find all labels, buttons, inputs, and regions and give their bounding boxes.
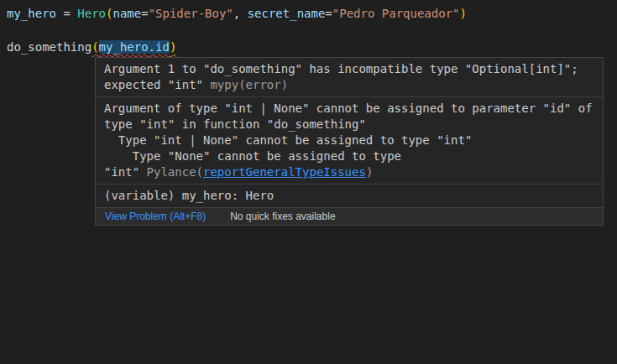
hover-line: "int" Pylance(reportGeneralTypeIssues) — [104, 164, 594, 180]
quick-fix-hint: No quick fixes available — [230, 211, 335, 222]
hover-section-mypy: Argument 1 to "do_something" has incompa… — [96, 58, 603, 96]
code-line: my_hero = Hero(name="Spider-Boy", secret… — [7, 5, 467, 22]
hover-section-symbol-info: (variable) my_hero: Hero — [96, 184, 603, 207]
code-area: my_hero = Hero(name="Spider-Boy", secret… — [7, 5, 467, 55]
code-token: "Pedro Parqueador" — [332, 7, 460, 20]
code-token: = — [141, 7, 148, 20]
hover-tooltip: Argument 1 to "do_something" has incompa… — [95, 57, 604, 226]
hover-line: type "int" in function "do_something" — [104, 117, 594, 133]
report-rule-link[interactable]: reportGeneralTypeIssues — [203, 165, 366, 179]
hover-line: Type "int | None" cannot be assigned to … — [104, 133, 594, 148]
hover-line: Argument of type "int | None" cannot be … — [104, 101, 594, 117]
code-token: my_hero — [7, 7, 56, 20]
view-problem-link[interactable]: View Problem (Alt+F8) — [105, 211, 206, 222]
hover-status-bar: View Problem (Alt+F8) No quick fixes ava… — [96, 207, 603, 225]
hover-text: Argument 1 to "do_something" has incompa… — [104, 62, 578, 75]
hover-sections: Argument 1 to "do_something" has incompa… — [96, 58, 603, 207]
code-token: Hero — [77, 7, 106, 20]
code-token: . — [149, 40, 155, 54]
hover-section-Pylance: Argument of type "int | None" cannot be … — [96, 96, 603, 184]
code-token: ( — [92, 40, 98, 54]
hover-text: type "int" in function "do_something" — [104, 117, 366, 131]
hover-text: Argument of type "int | None" cannot be … — [104, 101, 593, 115]
code-token: name — [112, 7, 141, 20]
code-token: do_something — [7, 40, 92, 54]
hover-line: expected "int" mypy(error) — [104, 77, 594, 93]
hover-text: ) — [366, 165, 373, 179]
hover-text: "int" — [104, 165, 147, 179]
code-token: "Spider-Boy" — [149, 7, 233, 20]
code-token: id — [155, 40, 170, 54]
hover-line: Type "None" cannot be assigned to type — [104, 148, 594, 164]
hover-line: Argument 1 to "do_something" has incompa… — [104, 61, 594, 77]
code-token: = — [56, 7, 77, 20]
code-token: ) — [170, 40, 176, 54]
code-token: my_hero — [99, 40, 149, 54]
code-token: , — [233, 7, 248, 20]
code-token: ) — [460, 7, 467, 20]
code-token: = — [325, 7, 332, 20]
code-token: secret_name — [248, 7, 326, 20]
hover-text: mypy(error) — [210, 78, 288, 91]
code-line — [7, 22, 467, 39]
hover-line: (variable) my_hero: Hero — [104, 188, 594, 204]
code-editor[interactable]: my_hero = Hero(name="Spider-Boy", secret… — [0, 0, 617, 364]
hover-text: Type "None" cannot be assigned to type — [104, 149, 401, 163]
code-line: do_something(my_hero.id) — [7, 39, 467, 55]
hover-text: Type "int | None" cannot be assigned to … — [104, 133, 472, 147]
hover-text: expected "int" — [104, 78, 210, 91]
hover-text: (variable) my_hero: Hero — [104, 189, 274, 202]
hover-text: Pylance( — [147, 165, 203, 179]
